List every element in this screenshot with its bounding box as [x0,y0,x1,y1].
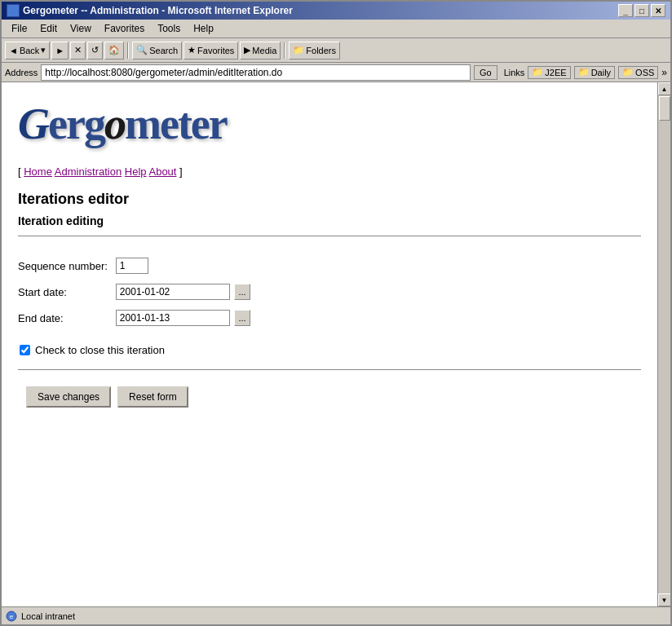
nav-help[interactable]: Help [125,165,147,178]
maximize-button[interactable]: □ [634,4,649,17]
address-bar: Address Go Links 📁 J2EE 📁 Daily 📁 OSS » [2,63,670,82]
start-date-row: Start date: ... [18,279,259,305]
sequence-input[interactable] [116,258,148,274]
links-daily[interactable]: 📁 Daily [574,66,615,79]
menu-bar: File Edit View Favorites Tools Help [2,20,670,38]
window-title: Gergometer -- Administration - Microsoft… [23,5,293,16]
divider-bottom [18,369,641,370]
start-date-calendar-button[interactable]: ... [234,284,250,300]
close-iteration-row: Check to close this iteration [18,344,641,356]
links-j2ee[interactable]: 📁 J2EE [528,66,570,79]
nav-home[interactable]: Home [24,165,52,178]
favorites-button[interactable]: ★ Favorites [183,42,238,60]
main-content: Gergometer [ Home Administration Help Ab… [2,82,657,606]
home-button[interactable]: 🏠 [104,42,124,60]
expand-icon[interactable]: » [661,67,667,78]
address-label: Address [5,68,38,77]
nav-administration[interactable]: Administration [55,165,122,178]
links-label: Links [504,68,525,77]
page-title: Iterations editor [18,191,641,208]
close-iteration-checkbox[interactable] [20,345,30,355]
end-date-label: End date: [18,312,64,324]
end-date-calendar-button[interactable]: ... [234,310,250,326]
scroll-track[interactable] [658,95,671,593]
save-button[interactable]: Save changes [26,386,111,408]
title-bar: Gergometer -- Administration - Microsoft… [2,2,670,20]
logo: Gergometer [18,99,227,149]
svg-text:e: e [10,613,14,620]
stop-button[interactable]: ✕ [70,42,86,60]
close-iteration-label: Check to close this iteration [35,344,165,356]
end-date-row: End date: ... [18,305,259,331]
section-title: Iteration editing [18,214,641,227]
window-icon [7,4,20,17]
menu-favorites[interactable]: Favorites [98,21,151,36]
logo-area: Gergometer [18,90,641,157]
nav-bracket-close: ] [179,165,183,178]
media-button[interactable]: ▶ Media [240,42,281,60]
button-row: Save changes Reset form [18,386,641,408]
status-bar: e Local intranet [2,606,670,624]
nav-bar: [ Home Administration Help About ] [18,165,641,178]
reset-button[interactable]: Reset form [117,386,188,408]
refresh-button[interactable]: ↺ [87,42,103,60]
search-button[interactable]: 🔍 Search [132,42,182,60]
toolbar: ◄ Back ▾ ► ✕ ↺ 🏠 🔍 Search ★ Favorites ▶ … [2,38,670,63]
scroll-down-button[interactable]: ▼ [658,593,671,606]
menu-file[interactable]: File [5,21,33,36]
vertical-scrollbar[interactable]: ▲ ▼ [657,82,670,606]
menu-edit[interactable]: Edit [33,21,64,36]
menu-view[interactable]: View [64,21,98,36]
status-icon: e [5,610,18,623]
nav-about[interactable]: About [148,165,176,178]
menu-tools[interactable]: Tools [151,21,187,36]
status-text: Local intranet [21,611,75,621]
toolbar-separator-2 [284,42,285,59]
start-date-input[interactable] [116,284,230,300]
start-date-label: Start date: [18,286,67,298]
close-button[interactable]: ✕ [651,4,665,17]
go-button[interactable]: Go [474,65,497,80]
back-button[interactable]: ◄ Back ▾ [5,42,50,60]
minimize-button[interactable]: _ [618,4,633,17]
links-oss[interactable]: 📁 OSS [618,66,658,79]
menu-help[interactable]: Help [187,21,220,36]
scroll-thumb[interactable] [659,96,670,121]
forward-button[interactable]: ► [51,42,69,60]
sequence-row: Sequence number: [18,253,259,279]
address-input[interactable] [41,64,471,81]
folders-button[interactable]: 📁 Folders [289,42,340,60]
end-date-input[interactable] [116,310,230,326]
divider-top [18,236,641,236]
form-table: Sequence number: Start date: ... [18,253,259,331]
scroll-up-button[interactable]: ▲ [658,82,671,95]
toolbar-separator-1 [127,42,129,59]
sequence-label: Sequence number: [18,260,108,272]
